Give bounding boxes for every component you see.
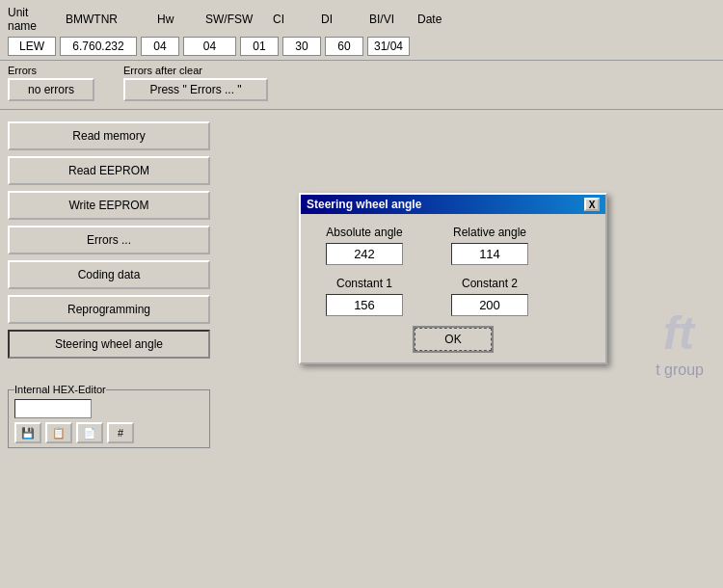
dialog-row-1: Absolute angle 242 Relative angle 114 bbox=[316, 226, 590, 265]
bmwtnr-label: BMWTNR bbox=[66, 13, 147, 26]
hex-editor-section: Internal HEX-Editor 💾 📋 📄 # bbox=[8, 384, 229, 448]
read-memory-button[interactable]: Read memory bbox=[8, 121, 210, 150]
di-label: DI bbox=[321, 13, 360, 26]
di-field: 30 bbox=[282, 37, 321, 56]
constant2-value: 200 bbox=[451, 294, 528, 316]
absolute-angle-group: Absolute angle 242 bbox=[316, 226, 413, 265]
hex-editor-fieldset: Internal HEX-Editor 💾 📋 📄 # bbox=[8, 384, 210, 448]
bmwtnr-field: 6.760.232 bbox=[60, 37, 137, 56]
sw-fsw-field: 04 bbox=[183, 37, 236, 56]
dialog-titlebar: Steering wheel angle X bbox=[301, 195, 605, 214]
constant2-label: Constant 2 bbox=[462, 277, 518, 290]
bi-vi-label: BI/VI bbox=[369, 13, 408, 26]
unit-name-label: Unit name bbox=[8, 6, 46, 33]
dialog-ok-button[interactable]: OK bbox=[415, 328, 491, 351]
errors-after-clear-group: Errors after clear Press " Errors ... " bbox=[123, 65, 268, 101]
relative-angle-group: Relative angle 114 bbox=[442, 226, 538, 265]
constant1-value: 156 bbox=[326, 294, 403, 316]
bi-vi-field: 60 bbox=[325, 37, 363, 56]
dialog-ok-row: OK bbox=[316, 328, 590, 351]
date-field: 31/04 bbox=[367, 37, 410, 56]
dialog-content: Absolute angle 242 Relative angle 114 Co… bbox=[301, 214, 605, 362]
header-labels-row: Unit name BMWTNR Hw SW/FSW CI DI BI/VI D… bbox=[8, 6, 715, 33]
errors-after-clear-title: Errors after clear bbox=[123, 65, 268, 76]
hw-label: Hw bbox=[157, 13, 196, 26]
hex-hash-button[interactable]: # bbox=[107, 422, 134, 443]
relative-angle-value: 114 bbox=[451, 243, 528, 265]
constant2-group: Constant 2 200 bbox=[442, 277, 538, 316]
group-text: t group bbox=[656, 361, 704, 379]
absolute-angle-label: Absolute angle bbox=[326, 226, 402, 239]
steering-angle-dialog: Steering wheel angle X Absolute angle 24… bbox=[299, 193, 607, 364]
error-section: Errors no errors Errors after clear Pres… bbox=[0, 61, 723, 105]
hex-copy-button[interactable]: 📋 bbox=[45, 422, 72, 443]
steering-wheel-angle-button[interactable]: Steering wheel angle bbox=[8, 330, 210, 359]
write-eeprom-button[interactable]: Write EEPROM bbox=[8, 191, 210, 220]
relative-angle-label: Relative angle bbox=[453, 226, 526, 239]
header-section: Unit name BMWTNR Hw SW/FSW CI DI BI/VI D… bbox=[0, 0, 723, 61]
date-label: Date bbox=[417, 13, 466, 26]
hex-editor-input[interactable] bbox=[14, 399, 92, 418]
constant1-label: Constant 1 bbox=[336, 277, 392, 290]
errors-group: Errors no errors bbox=[8, 65, 94, 101]
dialog-title: Steering wheel angle bbox=[307, 198, 421, 211]
hex-paste-button[interactable]: 📄 bbox=[76, 422, 103, 443]
main-window: Unit name BMWTNR Hw SW/FSW CI DI BI/VI D… bbox=[0, 0, 723, 588]
hw-field: 04 bbox=[141, 37, 179, 56]
unit-field: LEW bbox=[8, 37, 56, 56]
sidebar: Read memory Read EEPROM Write EEPROM Err… bbox=[8, 121, 229, 448]
dialog-row-2: Constant 1 156 Constant 2 200 bbox=[316, 277, 590, 316]
press-errors-button[interactable]: Press " Errors ... " bbox=[123, 78, 268, 101]
ci-label: CI bbox=[273, 13, 311, 26]
no-errors-button[interactable]: no errors bbox=[8, 78, 94, 101]
hex-save-button[interactable]: 💾 bbox=[14, 422, 41, 443]
header-values-row: LEW 6.760.232 04 04 01 30 60 31/04 bbox=[8, 37, 715, 56]
soft-logo: ft bbox=[663, 307, 694, 360]
reprogramming-button[interactable]: Reprogramming bbox=[8, 295, 210, 324]
ci-field: 01 bbox=[240, 37, 279, 56]
hex-editor-buttons: 💾 📋 📄 # bbox=[14, 422, 203, 443]
constant1-group: Constant 1 156 bbox=[316, 277, 413, 316]
sw-fsw-label: SW/FSW bbox=[205, 13, 263, 26]
dialog-close-button[interactable]: X bbox=[584, 198, 600, 211]
coding-data-button[interactable]: Coding data bbox=[8, 260, 210, 289]
separator bbox=[0, 109, 723, 110]
errors-title: Errors bbox=[8, 65, 94, 76]
hex-editor-legend: Internal HEX-Editor bbox=[14, 384, 106, 395]
errors-button[interactable]: Errors ... bbox=[8, 226, 210, 254]
read-eeprom-button[interactable]: Read EEPROM bbox=[8, 156, 210, 185]
absolute-angle-value: 242 bbox=[326, 243, 403, 265]
